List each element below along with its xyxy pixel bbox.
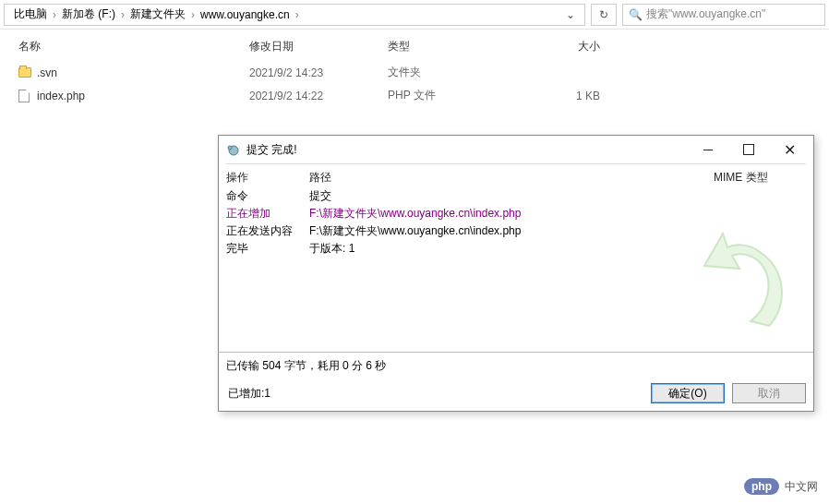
log-header-op: 操作 xyxy=(226,170,309,186)
log-header: 操作 路径 MIME 类型 xyxy=(226,168,806,187)
log-path: F:\新建文件夹\www.ouyangke.cn\index.php xyxy=(309,206,806,222)
breadcrumb-item[interactable]: www.ouyangke.cn xyxy=(197,8,294,21)
watermark: php 中文网 xyxy=(744,478,818,495)
search-input[interactable]: 🔍 搜索"www.ouyangke.cn" xyxy=(622,4,825,26)
file-date: 2021/9/2 14:23 xyxy=(249,66,388,79)
file-type: 文件夹 xyxy=(388,65,526,80)
file-row[interactable]: index.php 2021/9/2 14:22 PHP 文件 1 KB xyxy=(0,84,829,107)
header-size[interactable]: 大小 xyxy=(526,39,600,54)
log-op: 命令 xyxy=(226,188,309,204)
log-op: 正在增加 xyxy=(226,206,309,222)
log-header-mime: MIME 类型 xyxy=(714,170,806,186)
file-type: PHP 文件 xyxy=(388,88,526,103)
php-badge: php xyxy=(744,478,779,495)
maximize-button[interactable] xyxy=(728,137,769,162)
transfer-status: 已传输 504 字节，耗用 0 分 6 秒 xyxy=(219,356,813,376)
cancel-button: 取消 xyxy=(732,383,806,403)
file-date: 2021/9/2 14:22 xyxy=(249,90,388,102)
minimize-button[interactable] xyxy=(688,137,728,162)
watermark-text: 中文网 xyxy=(785,479,818,495)
folder-icon xyxy=(18,67,37,78)
log-row: 命令 提交 xyxy=(226,187,806,205)
log-header-path: 路径 xyxy=(309,170,714,186)
header-type[interactable]: 类型 xyxy=(388,39,526,54)
dialog-footer: 已增加:1 确定(O) 取消 xyxy=(219,376,813,411)
log-row: 完毕 于版本: 1 xyxy=(226,240,806,258)
commit-dialog: 提交 完成! ✕ 操作 路径 MIME 类型 命令 提交 正在增加 F:\新建文… xyxy=(218,135,814,412)
file-name: index.php xyxy=(37,90,249,102)
breadcrumb-separator: › xyxy=(119,8,126,21)
address-bar: 比电脑 › 新加卷 (F:) › 新建文件夹 › www.ouyangke.cn… xyxy=(0,0,829,30)
dialog-title: 提交 完成! xyxy=(246,142,688,158)
ok-button[interactable]: 确定(O) xyxy=(651,383,725,403)
header-date[interactable]: 修改日期 xyxy=(249,39,388,54)
breadcrumb-separator: › xyxy=(189,8,197,21)
log-op: 正在发送内容 xyxy=(226,223,309,239)
dialog-titlebar[interactable]: 提交 完成! ✕ xyxy=(219,136,813,163)
log-path: F:\新建文件夹\www.ouyangke.cn\index.php xyxy=(309,223,806,239)
search-placeholder: 搜索"www.ouyangke.cn" xyxy=(646,6,765,22)
added-count: 已增加:1 xyxy=(226,386,643,402)
dialog-body: 操作 路径 MIME 类型 命令 提交 正在增加 F:\新建文件夹\www.ou… xyxy=(226,163,806,344)
breadcrumb-dropdown-icon[interactable]: ⌄ xyxy=(562,8,579,21)
tortoise-icon xyxy=(226,142,241,157)
file-row[interactable]: .svn 2021/9/2 14:23 文件夹 xyxy=(0,61,829,84)
breadcrumb-item[interactable]: 新加卷 (F:) xyxy=(58,6,119,22)
log-row: 正在增加 F:\新建文件夹\www.ouyangke.cn\index.php xyxy=(226,205,806,222)
file-icon xyxy=(18,90,37,102)
divider xyxy=(219,352,813,353)
header-name[interactable]: 名称 xyxy=(18,39,249,54)
search-icon: 🔍 xyxy=(629,8,643,21)
breadcrumb[interactable]: 比电脑 › 新加卷 (F:) › 新建文件夹 › www.ouyangke.cn… xyxy=(4,4,585,26)
breadcrumb-separator: › xyxy=(294,8,301,21)
svg-point-1 xyxy=(228,146,232,150)
breadcrumb-separator: › xyxy=(51,8,58,21)
refresh-button[interactable]: ↻ xyxy=(591,4,617,26)
breadcrumb-item[interactable]: 比电脑 xyxy=(10,6,51,22)
file-size: 1 KB xyxy=(526,90,600,102)
log-path: 提交 xyxy=(309,188,806,204)
log-op: 完毕 xyxy=(226,241,309,257)
breadcrumb-item[interactable]: 新建文件夹 xyxy=(126,6,189,22)
log-path: 于版本: 1 xyxy=(309,241,806,257)
close-button[interactable]: ✕ xyxy=(769,137,810,162)
log-row: 正在发送内容 F:\新建文件夹\www.ouyangke.cn\index.ph… xyxy=(226,222,806,240)
file-list-headers: 名称 修改日期 类型 大小 xyxy=(0,30,829,61)
file-name: .svn xyxy=(37,66,249,79)
